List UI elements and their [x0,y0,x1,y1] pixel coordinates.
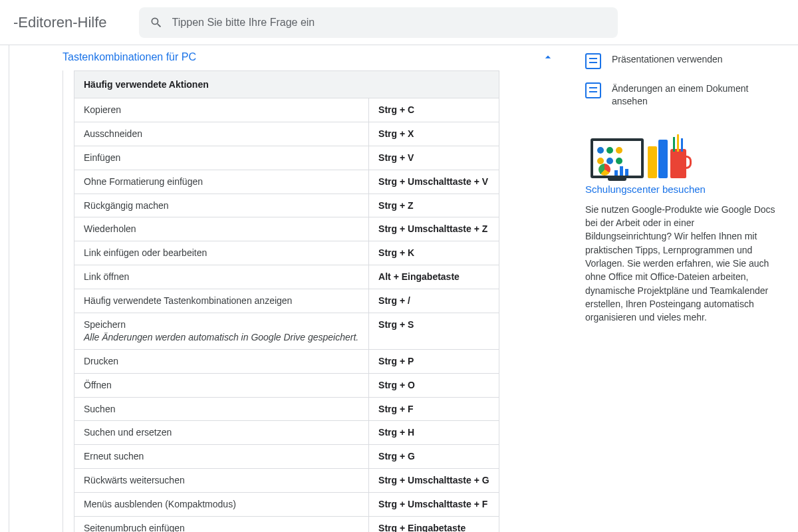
action-cell: Öffnen [74,373,369,397]
table-row: DruckenStrg + P [74,349,499,373]
keys-cell: Strg + G [369,445,499,469]
action-cell: Menüs ausblenden (Kompaktmodus) [74,493,369,517]
table-row: WiederholenStrg + Umschalttaste + Z [74,217,499,241]
keys-cell: Strg + S [369,313,499,350]
action-cell: Ohne Formatierung einfügen [74,170,369,194]
search-input[interactable] [172,17,607,29]
table-row: Menüs ausblenden (Kompaktmodus)Strg + Um… [74,493,499,517]
table-row: SuchenStrg + F [74,397,499,421]
keys-cell: Strg + V [369,146,499,170]
app-header: -Editoren-Hilfe [0,0,798,45]
search-icon [150,16,163,29]
keys-cell: Strg + Umschalttaste + V [369,170,499,194]
promo-text: Sie nutzen Google-Produkte wie Google Do… [585,203,779,325]
promo-illustration [585,132,688,178]
action-cell: Link öffnen [74,265,369,289]
table-row: AusschneidenStrg + X [74,122,499,146]
article-icon [585,53,601,69]
related-article-item[interactable]: Änderungen an einem Dokument ansehen [585,82,779,108]
promo-card: Schulungscenter besuchen Sie nutzen Goog… [585,132,779,325]
table-row: Link einfügen oder bearbeitenStrg + K [74,241,499,265]
action-cell: SpeichernAlle Änderungen werden automati… [74,313,369,350]
table-row: SpeichernAlle Änderungen werden automati… [74,313,499,350]
keys-cell: Strg + O [369,373,499,397]
related-article-text: Präsentationen verwenden [612,53,723,69]
promo-link[interactable]: Schulungscenter besuchen [585,184,706,195]
action-cell: Rückgängig machen [74,194,369,217]
keys-cell: Strg + Z [369,194,499,217]
table-header: Häufig verwendete Aktionen [74,71,499,98]
action-cell: Häufig verwendete Tastenkombinationen an… [74,289,369,313]
shortcuts-table: Häufig verwendete Aktionen KopierenStrg … [74,70,499,532]
action-cell: Ausschneiden [74,122,369,146]
table-row: Ohne Formatierung einfügenStrg + Umschal… [74,170,499,194]
table-row: ÖffnenStrg + O [74,373,499,397]
main-content: Tastenkombinationen für PC Häufig verwen… [9,45,585,532]
left-border-rail [0,45,9,532]
section-title: Tastenkombinationen für PC [63,51,196,63]
table-row: Erneut suchenStrg + G [74,445,499,469]
action-cell: Erneut suchen [74,445,369,469]
keys-cell: Strg + Umschalttaste + G [369,469,499,493]
keys-cell: Strg + Umschalttaste + F [369,493,499,517]
product-name: -Editoren-Hilfe [13,14,107,31]
table-row: EinfügenStrg + V [74,146,499,170]
table-row: Seitenumbruch einfügenStrg + Eingabetast… [74,517,499,532]
search-field-wrap[interactable] [139,7,618,38]
action-cell: Suchen [74,397,369,421]
table-row: KopierenStrg + C [74,98,499,122]
related-article-item[interactable]: Präsentationen verwenden [585,53,779,69]
keys-cell: Strg + P [369,349,499,373]
table-row: Rückwärts weitersuchenStrg + Umschalttas… [74,469,499,493]
table-row: Suchen und ersetzenStrg + H [74,421,499,445]
related-article-text: Änderungen an einem Dokument ansehen [612,82,779,108]
keys-cell: Strg + H [369,421,499,445]
action-cell: Seitenumbruch einfügen [74,517,369,532]
keys-cell: Strg + Umschalttaste + Z [369,217,499,241]
keys-cell: Strg + Eingabetaste [369,517,499,532]
action-cell: Wiederholen [74,217,369,241]
keys-cell: Strg + K [369,241,499,265]
section-header[interactable]: Tastenkombinationen für PC [63,51,568,70]
action-cell: Kopieren [74,98,369,122]
keys-cell: Strg + F [369,397,499,421]
chevron-up-icon [541,51,555,64]
keys-cell: Strg + C [369,98,499,122]
action-cell: Einfügen [74,146,369,170]
action-cell: Rückwärts weitersuchen [74,469,369,493]
keys-cell: Strg + / [369,289,499,313]
action-cell: Drucken [74,349,369,373]
table-row: Link öffnenAlt + Eingabetaste [74,265,499,289]
table-row: Häufig verwendete Tastenkombinationen an… [74,289,499,313]
article-icon [585,82,601,98]
keys-cell: Alt + Eingabetaste [369,265,499,289]
article-body: Häufig verwendete Aktionen KopierenStrg … [63,70,568,532]
table-row: Rückgängig machenStrg + Z [74,194,499,217]
action-cell: Link einfügen oder bearbeiten [74,241,369,265]
sidebar: Präsentationen verwendenÄnderungen an ei… [585,45,798,532]
keys-cell: Strg + X [369,122,499,146]
action-cell: Suchen und ersetzen [74,421,369,445]
